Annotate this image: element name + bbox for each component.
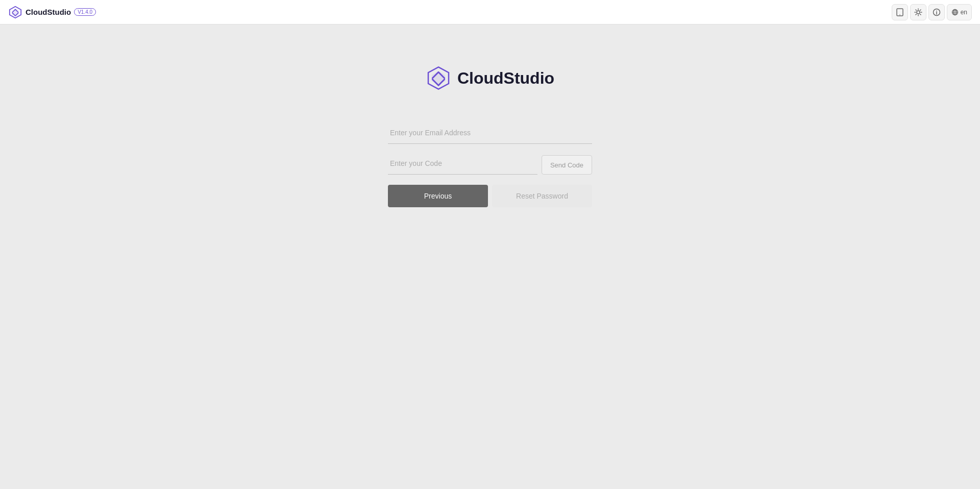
svg-point-4 <box>917 11 920 14</box>
buttons-row: Previous Reset Password <box>388 185 592 207</box>
brand-name: CloudStudio <box>457 69 554 88</box>
svg-line-9 <box>916 9 916 10</box>
brand-logo-icon <box>426 65 451 91</box>
navbar-logo: CloudStudio V1.4.0 <box>8 5 96 19</box>
info-button[interactable] <box>928 4 945 20</box>
navbar-logo-text: CloudStudio <box>26 8 71 16</box>
version-badge: V1.4.0 <box>74 8 96 16</box>
code-input[interactable] <box>388 152 537 175</box>
tablet-icon-button[interactable] <box>892 4 908 20</box>
sun-icon <box>914 8 922 16</box>
send-code-button[interactable]: Send Code <box>542 155 592 175</box>
reset-password-button[interactable]: Reset Password <box>492 185 592 207</box>
code-row: Send Code <box>388 152 592 175</box>
navbar-right: en <box>892 4 972 20</box>
previous-button[interactable]: Previous <box>388 185 488 207</box>
svg-point-15 <box>936 10 937 11</box>
theme-toggle-button[interactable] <box>910 4 926 20</box>
globe-icon <box>951 9 959 16</box>
form-container: Send Code Previous Reset Password <box>388 121 592 207</box>
main-content: CloudStudio Send Code Previous Reset Pas… <box>0 25 980 489</box>
svg-line-12 <box>916 14 916 14</box>
navbar-logo-icon <box>8 5 22 19</box>
svg-point-3 <box>899 14 900 15</box>
navbar: CloudStudio V1.4.0 <box>0 0 980 25</box>
navbar-left: CloudStudio V1.4.0 <box>8 5 96 19</box>
language-label: en <box>961 9 967 16</box>
email-input[interactable] <box>388 121 592 144</box>
svg-line-10 <box>920 14 920 14</box>
tablet-icon <box>896 8 904 16</box>
svg-marker-22 <box>432 71 446 85</box>
svg-line-11 <box>920 9 920 10</box>
info-icon <box>933 8 941 16</box>
language-button[interactable]: en <box>947 4 972 20</box>
brand-logo: CloudStudio <box>426 65 554 91</box>
